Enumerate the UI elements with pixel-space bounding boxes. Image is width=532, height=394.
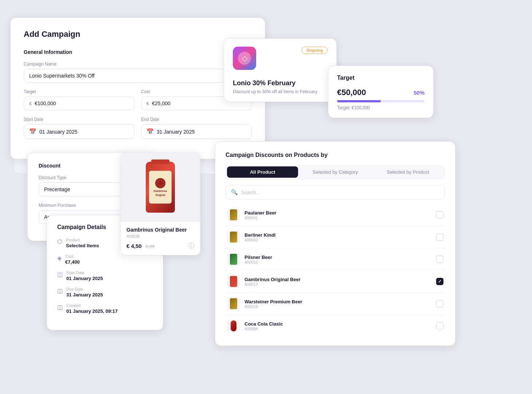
detail-duedate-value: 31 January 2025 — [66, 292, 103, 298]
product-price-row: € 4,50 6,99 ⓘ — [126, 242, 194, 250]
product-name-list: Pilsner Beer — [245, 255, 432, 260]
list-item: Pilsner Beer 400010 — [226, 248, 445, 271]
beer-sub-brand: Original — [156, 194, 165, 196]
end-date-input[interactable]: 📅 31 January 2025 — [141, 124, 252, 139]
search-icon: 🔍 — [231, 189, 238, 196]
product-selection-title: Campaign Discounts on Products by — [226, 152, 445, 158]
product-info-list: Berliner Kindl 400042 — [245, 232, 432, 242]
target-group: Target € €100,000 — [24, 89, 134, 110]
product-image-area: Gambrinus Original — [121, 153, 200, 222]
ongoing-campaign-desc: Discount up to 30% off all items in Febr… — [233, 89, 328, 94]
end-date-group: End Date 📅 31 January 2025 — [141, 117, 252, 139]
list-item: Paulaner Beer 400041 — [226, 204, 445, 226]
start-date-input[interactable]: 📅 01 January 2025 — [24, 124, 134, 139]
start-date-group: Start Date 📅 01 January 2025 — [24, 117, 134, 139]
product-code-list: 400084 — [245, 327, 432, 331]
end-date-label: End Date — [141, 117, 252, 122]
discount-type-value: Precentage — [44, 186, 70, 192]
product-info-area: Gambrinus Original Beer 400035 € 4,50 6,… — [121, 222, 200, 255]
general-info-label: General Information — [24, 49, 252, 55]
target-amount: €50,000 — [337, 88, 366, 97]
calendar-start-icon: 📅 — [29, 128, 36, 135]
start-date-label: Start Date — [24, 117, 134, 122]
product-checkbox[interactable] — [436, 300, 443, 307]
detail-startdate-label: Start Date — [66, 271, 103, 275]
target-value: €100,000 — [35, 101, 56, 106]
ongoing-badge: Ongoing — [302, 47, 328, 54]
product-code-list: 400017 — [245, 282, 432, 287]
product-code-list: 400041 — [245, 216, 432, 220]
thumb-visual — [230, 209, 237, 220]
campaign-name-group: Campaign Name Lonio Supermarkets 30% Off — [24, 62, 252, 83]
detail-cost-row: ◈ Cost €7,400 — [57, 254, 153, 265]
tab-selected-by-category[interactable]: Selected by Category — [300, 166, 371, 178]
target-label-text: Target: €100,000 — [337, 105, 425, 110]
thumb-visual — [231, 320, 236, 331]
product-code-list: 400010 — [245, 260, 432, 264]
product-info-icon[interactable]: ⓘ — [188, 242, 194, 250]
product-checkbox[interactable] — [436, 233, 443, 241]
campaign-name-input[interactable]: Lonio Supermarkets 30% Off — [24, 69, 252, 83]
general-info-section: General Information Campaign Name Lonio … — [24, 49, 252, 146]
progress-bar-bg — [337, 100, 425, 102]
product-checkbox-checked[interactable] — [436, 278, 443, 285]
product-code-list: 400016 — [245, 304, 432, 309]
product-checkbox[interactable] — [436, 256, 443, 263]
duedate-icon: ◫ — [57, 287, 63, 294]
product-checkbox[interactable] — [436, 322, 443, 330]
end-date-value: 31 January 2025 — [157, 129, 195, 135]
beer-can-visual: Gambrinus Original — [146, 162, 175, 213]
target-card-title: Target — [337, 75, 425, 81]
campaign-logo-inner — [238, 52, 251, 65]
product-list: Paulaner Beer 400041 Berliner Kindl 4000… — [226, 204, 445, 337]
campaign-name-value: Lonio Supermarkets 30% Off — [29, 73, 95, 79]
product-name-list: Berliner Kindl — [245, 232, 432, 238]
cost-detail-icon: ◈ — [57, 255, 62, 261]
list-item: Berliner Kindl 400042 — [226, 226, 445, 248]
list-item: Warsteiner Premium Beer 400016 — [226, 293, 445, 315]
product-info-list: Pilsner Beer 400010 — [245, 255, 432, 264]
product-card-code: 400035 — [126, 234, 194, 239]
target-input[interactable]: € €100,000 — [24, 96, 134, 110]
product-code-list: 400042 — [245, 238, 432, 242]
search-box[interactable]: 🔍 Search... — [226, 185, 445, 200]
product-thumb — [227, 275, 240, 288]
product-icon: ⬡ — [57, 238, 62, 245]
detail-startdate-value: 01 January 2025 — [66, 276, 103, 281]
detail-product-value: Selected Items — [66, 243, 99, 248]
dates-row: Start Date 📅 01 January 2025 End Date 📅 … — [24, 117, 252, 146]
search-placeholder-text: Search... — [241, 190, 260, 195]
target-amount-row: €50,000 50% — [337, 88, 425, 97]
product-thumb — [227, 319, 240, 332]
detail-startdate-row: ◫ Start Date 01 January 2025 — [57, 271, 153, 281]
thumb-visual — [230, 298, 237, 309]
add-campaign-title: Add Campaign — [24, 29, 252, 39]
start-date-value: 01 January 2025 — [39, 129, 77, 135]
detail-duedate-label: Due Date — [66, 287, 103, 291]
target-percentage: 50% — [414, 90, 425, 96]
product-thumb — [227, 208, 240, 221]
tab-all-product[interactable]: All Product — [227, 166, 298, 178]
cost-value: €25,000 — [152, 101, 171, 106]
campaign-logo — [233, 47, 256, 70]
product-info-list: Warsteiner Premium Beer 400016 — [245, 299, 432, 309]
product-name-list: Paulaner Beer — [245, 210, 432, 216]
calendar-end-icon: 📅 — [146, 128, 154, 135]
beer-can-label: Gambrinus Original — [149, 171, 172, 204]
product-selection-card: Campaign Discounts on Products by All Pr… — [215, 141, 455, 346]
target-card: Target €50,000 50% Target: €100,000 — [328, 66, 434, 118]
ongoing-campaign-title: Lonio 30% February — [233, 79, 328, 87]
price-old: 6,99 — [145, 244, 154, 249]
detail-product-label: Product — [66, 238, 99, 242]
product-name-list: Warsteiner Premium Beer — [245, 299, 432, 304]
beer-brand: Gambrinus — [154, 190, 167, 192]
tab-selected-by-product[interactable]: Selected by Product — [372, 166, 443, 178]
cost-prefix: € — [146, 101, 149, 106]
detail-cost-value: €7,400 — [65, 259, 80, 265]
detail-created-row: ◫ Created 01 January 2025, 09:17 — [57, 303, 153, 314]
list-item: Gambrinus Original Beer 400017 — [226, 271, 445, 293]
thumb-visual — [230, 232, 237, 243]
product-thumb — [227, 231, 240, 244]
product-checkbox[interactable] — [436, 211, 443, 218]
product-name-list: Coca Cola Clasic — [245, 321, 432, 327]
